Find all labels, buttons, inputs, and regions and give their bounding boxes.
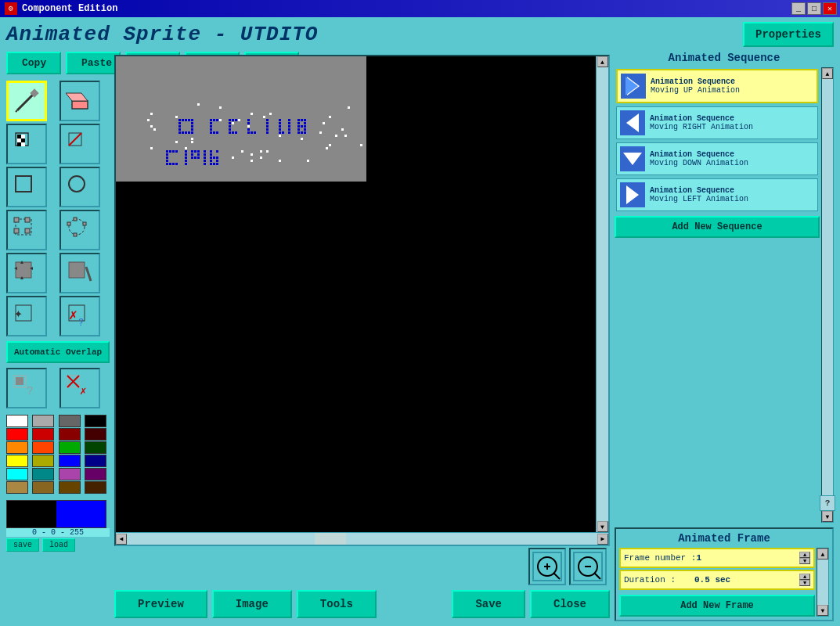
frame-number-down[interactable]: ▼ — [799, 558, 810, 564]
color-white[interactable] — [6, 415, 28, 427]
frame-info-area: Frame number : 1 ▲ ▼ Duration : 0.5 sec — [619, 548, 815, 617]
seq-scroll-up[interactable]: ▲ — [822, 68, 833, 79]
circle-tool-btn[interactable] — [59, 167, 100, 207]
scroll-up-arrow[interactable]: ▲ — [597, 56, 608, 67]
vertical-scrollbar[interactable]: ▲ ▼ — [596, 56, 608, 532]
sequence-item-3[interactable]: Animation Sequence Moving LEFT Animation — [616, 178, 818, 211]
frame-duration-spinner[interactable]: ▲ ▼ — [799, 574, 810, 586]
svg-rect-23 — [83, 222, 86, 225]
color-blue[interactable] — [59, 455, 81, 467]
color-dtan[interactable] — [32, 481, 54, 494]
close-button-bottom[interactable]: Close — [530, 590, 610, 618]
scroll-right-arrow[interactable]: ▶ — [597, 534, 608, 545]
save-button[interactable]: Save — [452, 590, 525, 618]
color-tan[interactable] — [6, 481, 28, 494]
color-dblue[interactable] — [85, 455, 106, 467]
move-tool-btn[interactable] — [6, 253, 47, 293]
load-color-button[interactable]: load — [42, 538, 75, 552]
color-brown[interactable] — [59, 428, 81, 441]
properties-button[interactable]: Properties — [743, 22, 834, 47]
animated-frame-section: Animated Frame Frame number : 1 ▲ ▼ D — [615, 527, 834, 621]
add-frame-button[interactable]: Add New Frame — [619, 595, 815, 617]
sequence-panel-title: Animated Sequence — [615, 52, 834, 64]
center-area: ▲ ▼ ◀ ▶ — [114, 52, 610, 621]
zoom-in-button[interactable] — [528, 548, 566, 585]
help-icon[interactable]: ? — [820, 495, 835, 511]
auto-overlap-button[interactable]: Automatic Overlap — [6, 341, 110, 363]
color-cyan[interactable] — [6, 468, 28, 480]
color-green[interactable] — [59, 441, 81, 454]
sequence-item-2[interactable]: Animation Sequence Moving DOWN Animation — [616, 142, 818, 175]
sequence-item-0[interactable]: Animation Sequence Moving UP Animation — [616, 69, 818, 103]
svg-point-21 — [69, 219, 85, 235]
color-gray[interactable] — [59, 415, 81, 427]
close-button[interactable]: ✕ — [823, 2, 837, 15]
scroll-down-arrow[interactable]: ▼ — [597, 521, 608, 532]
frame-scroll-up[interactable]: ▲ — [817, 549, 828, 559]
svg-rect-3 — [72, 101, 88, 109]
svg-rect-25 — [74, 233, 77, 236]
window-controls: _ □ ✕ — [791, 2, 837, 15]
rect-tool-btn[interactable] — [6, 167, 47, 207]
color-sienna[interactable] — [59, 481, 81, 494]
color-dpurple[interactable] — [85, 468, 106, 480]
color-dsienna[interactable] — [85, 481, 106, 494]
copy-button[interactable]: Copy — [6, 52, 61, 74]
sequence-scroll[interactable]: ▲ ? ▼ — [821, 67, 834, 523]
frame-scroll[interactable]: ▲ ▼ — [817, 548, 829, 617]
sequence-info-3: Animation Sequence Moving LEFT Animation — [650, 186, 748, 203]
eraser-tool-btn[interactable] — [59, 81, 100, 121]
svg-rect-42 — [20, 381, 23, 385]
pixel-canvas-area[interactable] — [116, 56, 596, 532]
add-sequence-button[interactable]: Add New Sequence — [615, 216, 820, 238]
color-yellow[interactable] — [6, 455, 28, 467]
paste-button[interactable]: Paste — [66, 52, 121, 74]
maximize-button[interactable]: □ — [807, 2, 821, 15]
color-dgreen[interactable] — [85, 441, 106, 454]
special2-tool-btn[interactable]: ✗ ? — [59, 296, 100, 336]
extra-tool-2[interactable]: ✗ — [59, 368, 100, 408]
line-tool-btn[interactable] — [59, 124, 100, 164]
duration-up[interactable]: ▲ — [799, 574, 810, 580]
color-olive[interactable] — [32, 455, 54, 467]
color-orange[interactable] — [6, 441, 28, 454]
window-title: Component Edition — [22, 3, 117, 14]
color-teal[interactable] — [32, 468, 54, 480]
color-info: 0 - 0 - 255 — [6, 528, 110, 537]
color-black[interactable] — [85, 415, 106, 427]
save-color-button[interactable]: save — [6, 538, 39, 552]
sequence-item-1[interactable]: Animation Sequence Moving RIGHT Animatio… — [616, 106, 818, 139]
color-rorange[interactable] — [32, 441, 54, 454]
select-rect-tool-btn[interactable] — [6, 210, 47, 250]
select-circle-tool-btn[interactable] — [59, 210, 100, 250]
color-dbrown[interactable] — [85, 428, 106, 441]
tools-button[interactable]: Tools — [297, 590, 377, 618]
paint-bucket-tool-btn[interactable] — [6, 124, 47, 164]
duration-down[interactable]: ▼ — [799, 580, 810, 586]
color-red[interactable] — [6, 428, 28, 441]
stamp-tool-btn[interactable] — [59, 253, 100, 293]
color-palette — [6, 415, 110, 494]
content-area: Copy Paste Select Undo Redo — [6, 52, 834, 621]
frame-scroll-down[interactable]: ▼ — [817, 605, 828, 616]
color-purple[interactable] — [59, 468, 81, 480]
color-dred[interactable] — [32, 428, 54, 441]
horizontal-scrollbar[interactable]: ◀ ▶ — [116, 532, 608, 545]
sprite-canvas[interactable] — [116, 56, 562, 463]
sequence-thumb-2 — [620, 146, 645, 171]
extra-tool-1[interactable]: ? — [6, 368, 47, 408]
scroll-track-h — [127, 533, 597, 545]
preview-button[interactable]: Preview — [114, 590, 207, 618]
scroll-left-arrow[interactable]: ◀ — [116, 534, 127, 545]
special1-tool-btn[interactable]: ✦ — [6, 296, 47, 336]
seq-scroll-down[interactable]: ▼ — [822, 511, 833, 522]
minimize-button[interactable]: _ — [791, 2, 806, 15]
pencil-tool-btn[interactable] — [6, 81, 47, 121]
frame-number-up[interactable]: ▲ — [799, 552, 810, 558]
frame-number-spinner[interactable]: ▲ ▼ — [799, 552, 810, 564]
zoom-out-button[interactable] — [569, 548, 607, 585]
image-button[interactable]: Image — [212, 590, 292, 618]
sequence-thumb-3 — [620, 182, 645, 207]
frame-number-value: 1 — [696, 553, 799, 563]
color-lgray[interactable] — [32, 415, 54, 427]
